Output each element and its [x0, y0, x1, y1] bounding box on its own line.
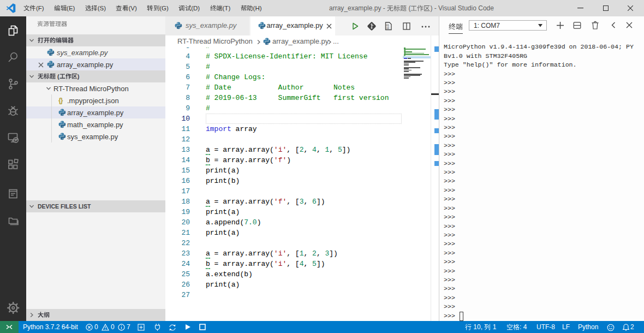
svg-text:10: 10 [386, 27, 390, 29]
